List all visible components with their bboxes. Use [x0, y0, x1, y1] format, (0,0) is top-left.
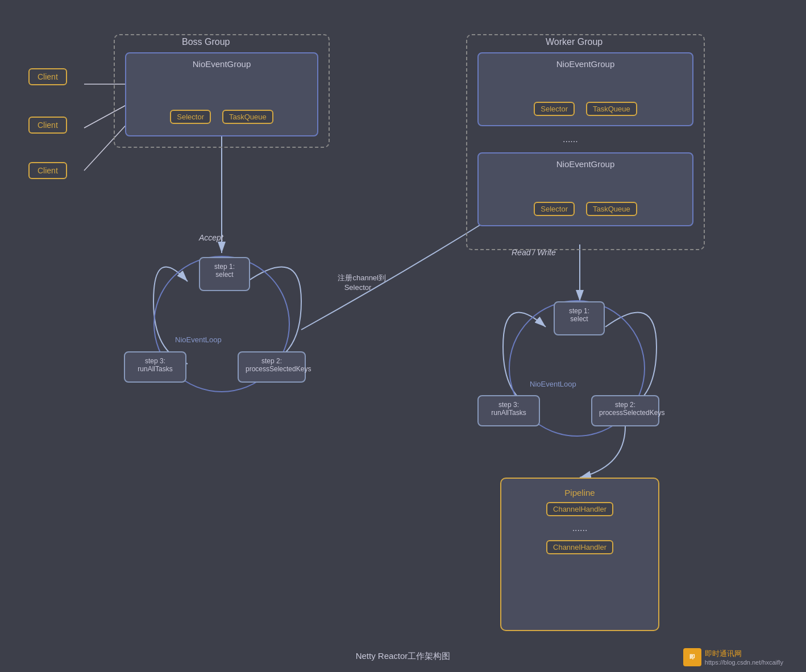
worker-nioeventgroup2-label: NioEventGroup: [479, 159, 692, 169]
read-write-label: Read / Write: [512, 248, 556, 257]
watermark-site-name: 即时通讯网: [705, 649, 783, 659]
worker-dots: ......: [563, 134, 578, 144]
boss-selector-badge: Selector: [170, 110, 211, 124]
worker-taskqueue2-badge: TaskQueue: [586, 202, 637, 216]
channel-handler1-badge: ChannelHandler: [546, 502, 613, 516]
worker-step1-box: step 1: select: [554, 301, 605, 335]
boss-nioeventgroup-label: NioEventGroup: [126, 59, 317, 69]
client-box-3: Client: [28, 162, 67, 179]
boss-group-label: Boss Group: [182, 37, 230, 47]
boss-nioeventgroup-box: NioEventGroup Selector TaskQueue: [125, 52, 318, 136]
worker-nioeventgroup1-label: NioEventGroup: [479, 59, 692, 69]
worker-step3-box: step 3: runAllTasks: [477, 395, 540, 426]
client-box-2: Client: [28, 117, 67, 134]
boss-step1-box: step 1: select: [199, 257, 250, 291]
worker-taskqueue1-badge: TaskQueue: [586, 102, 637, 116]
footer-title: Netty Reactor工作架构图: [356, 651, 451, 662]
boss-taskqueue-badge: TaskQueue: [222, 110, 273, 124]
watermark-area: 即 即时通讯网 https://blog.csdn.net/hxcaifly: [683, 648, 783, 666]
worker-step2-box: step 2: processSelectedKeys: [591, 395, 659, 426]
boss-step2-box: step 2: processSelectedKeys: [238, 351, 306, 383]
client-box-1: Client: [28, 68, 67, 85]
diagram-container: Boss Group NioEventGroup Selector TaskQu…: [0, 0, 806, 672]
boss-event-loop-label: NioEventLoop: [175, 335, 222, 344]
accept-label: Accept: [199, 233, 223, 242]
worker-selector2-badge: Selector: [534, 202, 575, 216]
worker-group-label: Worker Group: [546, 37, 603, 47]
worker-nioeventgroup2-box: NioEventGroup Selector TaskQueue: [477, 152, 693, 226]
worker-selector1-badge: Selector: [534, 102, 575, 116]
watermark-logo: 即: [683, 648, 701, 666]
watermark-url: https://blog.csdn.net/hxcaifly: [705, 659, 783, 666]
worker-event-loop-label: NioEventLoop: [530, 380, 576, 388]
pipeline-box: Pipeline ChannelHandler ...... ChannelHa…: [500, 478, 659, 631]
register-label: 注册channel到 Selector: [330, 264, 386, 300]
channel-handler2-badge: ChannelHandler: [546, 540, 613, 554]
boss-step3-box: step 3: runAllTasks: [124, 351, 186, 383]
pipeline-dots: ......: [513, 523, 647, 533]
pipeline-title: Pipeline: [513, 488, 647, 497]
worker-nioeventgroup1-box: NioEventGroup Selector TaskQueue: [477, 52, 693, 126]
